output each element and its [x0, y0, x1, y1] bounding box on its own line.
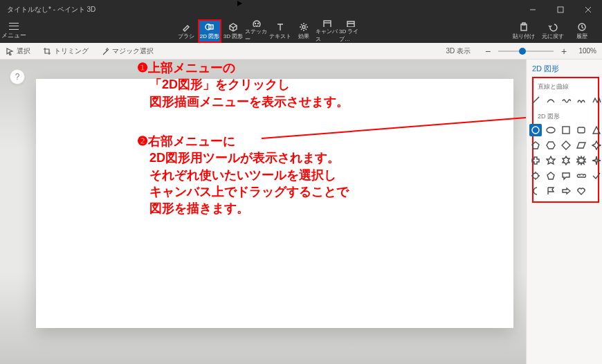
canvas-icon [322, 19, 332, 27]
maximize-button[interactable] [547, 0, 574, 19]
moon-icon [531, 186, 540, 196]
burst-icon [576, 156, 586, 165]
magic-select-tool[interactable]: マジック選択 [101, 46, 154, 56]
top-toolbar: メニュー ブラシ 2D 図形 3D 図形 ステッカー テキスト 効果 キャンバス… [0, 19, 602, 43]
select-tool[interactable]: 選択 [6, 46, 30, 56]
shape-wave[interactable] [560, 94, 572, 107]
workspace: ? [0, 60, 526, 364]
paste-button[interactable]: 貼り付け [509, 19, 538, 43]
shape-pentagon[interactable] [529, 139, 542, 152]
svg-point-8 [258, 24, 259, 24]
tool-2d-shape[interactable]: 2D 図形 [198, 19, 221, 43]
tool-sticker[interactable]: ステッカー [245, 19, 268, 43]
rect-round-icon [576, 125, 586, 135]
heart-icon [576, 186, 586, 196]
shape-burst[interactable] [575, 154, 587, 167]
line-diag-icon [531, 95, 540, 105]
hamburger-icon [9, 23, 19, 30]
shape-rect-round[interactable] [575, 124, 587, 136]
shape-heart[interactable] [575, 185, 587, 197]
shape-arrow-r[interactable] [560, 185, 572, 197]
circle-icon [531, 125, 540, 135]
canvas[interactable] [36, 79, 513, 328]
ribbon: 選択 トリミング マジック選択 3D 表示 − + 100% [0, 43, 602, 60]
crop-tool[interactable]: トリミング [43, 46, 89, 56]
panel-title: 2D 図形 [532, 62, 599, 77]
zoom-thumb[interactable] [519, 48, 526, 55]
shape-cross[interactable] [529, 154, 542, 167]
shape-flag[interactable] [545, 185, 557, 197]
shape-arc[interactable] [545, 94, 557, 107]
hexagon-icon [546, 140, 556, 150]
close-button[interactable] [574, 0, 602, 19]
star5-icon [546, 156, 556, 165]
zoom-in-button[interactable]: + [559, 46, 569, 56]
star6-icon [561, 156, 571, 165]
oval-icon [546, 125, 556, 135]
arc-icon [546, 95, 556, 105]
shape-pentagon2[interactable] [545, 170, 557, 182]
crop-icon [43, 47, 51, 55]
shape-star4[interactable] [590, 139, 603, 152]
cursor-icon [6, 47, 14, 55]
gear-icon [531, 171, 540, 181]
shapes-grid [535, 124, 596, 197]
zoom-out-button[interactable]: − [483, 46, 493, 56]
flag-icon [546, 186, 556, 196]
rhombus-icon [576, 140, 586, 150]
paste-icon [519, 22, 529, 32]
help-button[interactable]: ? [10, 69, 25, 84]
tool-brush[interactable]: ブラシ [174, 19, 198, 43]
zoom-percent: 100% [574, 47, 596, 55]
side-panel: 2D 図形 直線と曲線 2D 図形 [526, 60, 602, 364]
shape-triangle[interactable] [590, 124, 603, 136]
svg-point-16 [547, 127, 555, 133]
shape3d-icon [228, 22, 238, 32]
shape-polyline[interactable] [590, 94, 603, 107]
sparkle-icon [592, 156, 601, 165]
tool-3d-library[interactable]: 3D ライブ… [339, 19, 363, 43]
library-icon [346, 19, 356, 27]
panel-section-lines-label: 直線と曲線 [535, 81, 596, 94]
menu-button[interactable]: メニュー [0, 19, 28, 43]
history-button[interactable]: 履歴 [567, 19, 596, 43]
shape-rhombus[interactable] [575, 139, 587, 152]
svg-rect-10 [324, 21, 331, 27]
speech-icon [561, 171, 571, 181]
shape-sparkle[interactable] [590, 154, 603, 167]
zoom-slider[interactable] [498, 51, 554, 52]
shape-line-diag[interactable] [529, 94, 542, 107]
magic-icon [101, 47, 109, 55]
panel-section-shapes-label: 2D 図形 [535, 111, 596, 124]
wave-icon [561, 95, 571, 105]
shape-oval[interactable] [545, 124, 557, 136]
square-icon [561, 125, 571, 135]
tool-text[interactable]: テキスト [268, 19, 292, 43]
shape-tri-curve[interactable] [575, 94, 587, 107]
tool-3d-shape[interactable]: 3D 図形 [221, 19, 245, 43]
shape-cloud[interactable] [575, 170, 587, 182]
shape-gear[interactable] [529, 170, 542, 182]
minimize-button[interactable] [519, 0, 547, 19]
polyline-icon [592, 95, 601, 105]
shape-check[interactable] [590, 170, 603, 182]
shape-hexagon[interactable] [545, 139, 557, 152]
svg-rect-17 [563, 127, 569, 134]
shape-star5[interactable] [545, 154, 557, 167]
shape-square[interactable] [560, 124, 572, 136]
svg-rect-1 [558, 7, 563, 12]
lines-grid [535, 94, 596, 107]
shape-circle[interactable] [529, 124, 542, 136]
cloud-icon [576, 171, 586, 181]
toolbar-right: 貼り付け 元に戻す 履歴 [509, 19, 602, 43]
shape-star6[interactable] [560, 154, 572, 167]
undo-button[interactable]: 元に戻す [538, 19, 567, 43]
tool-canvas[interactable]: キャンバス [316, 19, 339, 43]
shape-moon[interactable] [529, 185, 542, 197]
shape-speech[interactable] [560, 170, 572, 182]
tool-effect[interactable]: 効果 [292, 19, 316, 43]
arrow-r-icon [561, 186, 571, 196]
panel-box: 直線と曲線 2D 図形 [532, 77, 599, 203]
shape-diamond[interactable] [560, 139, 572, 152]
check-icon [592, 171, 601, 181]
